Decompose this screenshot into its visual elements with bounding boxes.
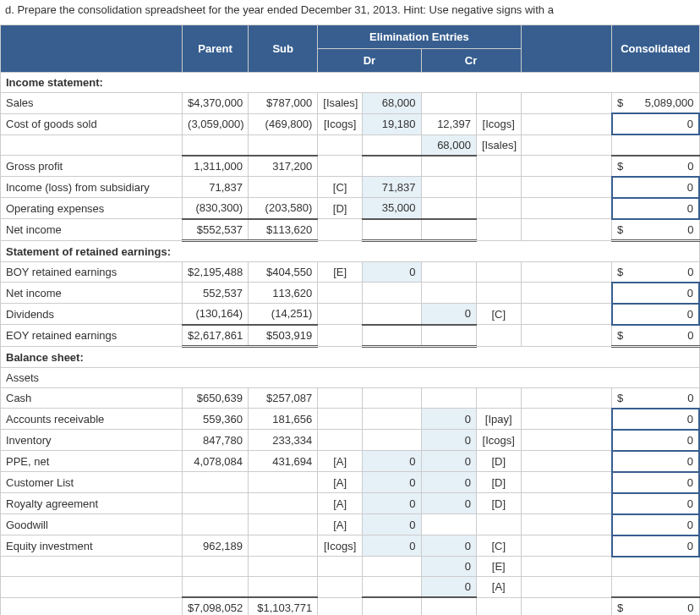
cr-input[interactable]: 0 bbox=[421, 304, 476, 325]
row-cust: Customer List [A] 0 0 [D] 0 bbox=[1, 472, 700, 493]
cons-input[interactable]: 0 bbox=[633, 472, 699, 493]
cons-input[interactable]: 0 bbox=[633, 113, 699, 135]
dr-input[interactable]: 35,000 bbox=[362, 198, 421, 219]
cons-input[interactable] bbox=[612, 472, 633, 493]
cons-input[interactable]: 0 bbox=[633, 430, 699, 451]
row-ei3: 0 [A] bbox=[1, 577, 700, 598]
row-totassets: $7,098,052 $1,103,771 $ 0 bbox=[1, 597, 700, 615]
row-sales: Sales $4,370,000 $787,000 [Isales] 68,00… bbox=[1, 93, 700, 114]
cons-input[interactable] bbox=[612, 113, 633, 135]
col-dr: Dr bbox=[318, 49, 421, 73]
dr-input[interactable]: 19,180 bbox=[362, 113, 421, 135]
cons-input[interactable] bbox=[612, 283, 633, 304]
row-netincome: Net income $552,537 $113,620 $ 0 bbox=[1, 219, 700, 241]
dr-input[interactable]: 0 bbox=[362, 261, 421, 283]
section-balance: Balance sheet: bbox=[1, 346, 700, 367]
row-ei: Equity investment 962,189 [Icogs] 0 0 [C… bbox=[1, 535, 700, 557]
row-gw: Goodwill [A] 0 0 bbox=[1, 514, 700, 535]
label: Sales bbox=[1, 93, 183, 114]
cr-input[interactable]: 0 bbox=[421, 557, 476, 577]
cons-input[interactable] bbox=[612, 409, 633, 430]
cons-input[interactable]: 0 bbox=[633, 535, 699, 557]
col-sub: Sub bbox=[249, 25, 318, 73]
cons-input[interactable]: 0 bbox=[633, 409, 699, 430]
row-assets: Assets bbox=[1, 367, 700, 387]
row-inv: Inventory 847,780 233,334 0 [Icogs] 0 bbox=[1, 430, 700, 451]
cons-input[interactable] bbox=[612, 177, 633, 198]
cons-input[interactable]: 0 bbox=[633, 493, 699, 514]
dr-input[interactable]: 0 bbox=[362, 514, 421, 535]
row-ppe: PPE, net 4,078,084 431,694 [A] 0 0 [D] 0 bbox=[1, 451, 700, 472]
dr-input[interactable]: 0 bbox=[362, 493, 421, 514]
cons-input[interactable] bbox=[612, 430, 633, 451]
section-income: Income statement: bbox=[1, 73, 700, 93]
row-ar: Accounts receivable 559,360 181,656 0 [I… bbox=[1, 409, 700, 430]
col-cr: Cr bbox=[421, 49, 521, 73]
dr-input[interactable]: 68,000 bbox=[362, 93, 421, 114]
row-opex: Operating expenses (830,300) (203,580) [… bbox=[1, 198, 700, 219]
row-eoyre: EOY retained earnings $2,617,861 $503,91… bbox=[1, 325, 700, 347]
cons-input[interactable]: 0 bbox=[633, 177, 699, 198]
consolidation-table: Parent Sub Elimination Entries Consolida… bbox=[0, 25, 700, 615]
cons-input[interactable] bbox=[612, 514, 633, 535]
cr-input[interactable]: 0 bbox=[421, 409, 476, 430]
col-elim: Elimination Entries bbox=[318, 25, 521, 49]
question-prompt: d. Prepare the consolidation spreadsheet… bbox=[0, 3, 700, 25]
col-consolidated: Consolidated bbox=[612, 25, 699, 73]
cons-input[interactable]: 0 bbox=[633, 514, 699, 535]
row-cogs-extra: 68,000 [Isales] bbox=[1, 135, 700, 156]
cons-input[interactable] bbox=[612, 451, 633, 472]
cons-input[interactable]: 0 bbox=[633, 198, 699, 219]
row-incsub: Income (loss) from subsidiary 71,837 [C]… bbox=[1, 177, 700, 198]
cons-input[interactable]: 0 bbox=[633, 451, 699, 472]
row-cogs: Cost of goods sold (3,059,000) (469,800)… bbox=[1, 113, 700, 135]
cr-input[interactable]: 68,000 bbox=[421, 135, 476, 156]
cons-input[interactable] bbox=[612, 198, 633, 219]
row-ni2: Net income 552,537 113,620 0 bbox=[1, 283, 700, 304]
dr-input[interactable]: 0 bbox=[362, 535, 421, 557]
row-boyre: BOY retained earnings $2,195,488 $404,55… bbox=[1, 261, 700, 283]
cons-input[interactable] bbox=[612, 535, 633, 557]
cons-input[interactable] bbox=[612, 493, 633, 514]
section-retained: Statement of retained earnings: bbox=[1, 240, 700, 261]
dr-input[interactable]: 0 bbox=[362, 451, 421, 472]
cons-input[interactable]: 0 bbox=[633, 304, 699, 325]
cr-input[interactable]: 0 bbox=[421, 493, 476, 514]
cr-input[interactable]: 0 bbox=[421, 577, 476, 598]
col-spacer bbox=[521, 25, 612, 73]
cr-input[interactable]: 0 bbox=[421, 472, 476, 493]
cons-input[interactable]: 0 bbox=[633, 283, 699, 304]
dr-input[interactable]: 71,837 bbox=[362, 177, 421, 198]
dr-input[interactable]: 0 bbox=[362, 472, 421, 493]
row-roy: Royalty agreement [A] 0 0 [D] 0 bbox=[1, 493, 700, 514]
row-div: Dividends (130,164) (14,251) 0 [C] 0 bbox=[1, 304, 700, 325]
row-ei2: 0 [E] bbox=[1, 557, 700, 577]
col-blank bbox=[1, 25, 183, 73]
col-parent: Parent bbox=[183, 25, 249, 73]
cons-input[interactable] bbox=[612, 304, 633, 325]
cr-input[interactable]: 0 bbox=[421, 430, 476, 451]
row-gross: Gross profit 1,311,000 317,200 $ 0 bbox=[1, 156, 700, 177]
cr-input[interactable]: 0 bbox=[421, 535, 476, 557]
row-cash: Cash $650,639 $257,087 $ 0 bbox=[1, 387, 700, 409]
cr-input[interactable]: 0 bbox=[421, 451, 476, 472]
